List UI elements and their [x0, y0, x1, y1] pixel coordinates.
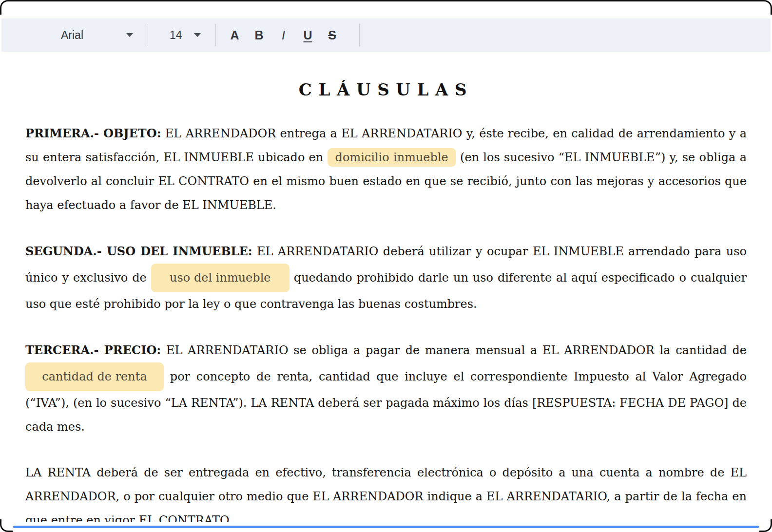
toolbar-divider [148, 24, 148, 46]
highlight-field-chip[interactable]: uso del inmueble [151, 264, 290, 292]
chevron-down-icon [126, 33, 133, 37]
text-run: EL ARRENDATARIO se obliga a pagar de man… [161, 343, 747, 357]
text-style-button[interactable]: A [223, 23, 247, 47]
font-size-value: 14 [170, 29, 182, 42]
document-heading: CLÁUSULAS [25, 80, 747, 99]
strikethrough-button[interactable]: S [320, 23, 345, 47]
font-family-value: Arial [61, 29, 83, 42]
paragraph: LA RENTA deberá de ser entregada en efec… [25, 461, 747, 522]
italic-button[interactable]: I [271, 23, 296, 47]
window-outline-top [0, 0, 772, 15]
font-size-dropdown[interactable]: 14 [170, 29, 201, 42]
app-window: Arial 14 A B I U S CLÁUSULAS PRIMERA.- O… [0, 0, 772, 532]
highlight-field-chip[interactable]: domicilio inmueble [328, 148, 456, 167]
paragraph: PRIMERA.- OBJETO: EL ARRENDADOR entrega … [25, 122, 747, 217]
toolbar-divider [215, 24, 216, 46]
format-buttons-group: A B I U S [223, 23, 345, 47]
paragraph: TERCERA.- PRECIO: EL ARRENDATARIO se obl… [25, 339, 747, 439]
paragraph: SEGUNDA.- USO DEL INMUEBLE: EL ARRENDATA… [25, 240, 747, 316]
clause-title-run: PRIMERA.- OBJETO: [25, 126, 161, 140]
document-page[interactable]: CLÁUSULAS PRIMERA.- OBJETO: EL ARRENDADO… [0, 52, 772, 522]
highlight-field-chip[interactable]: cantidad de renta [25, 362, 164, 391]
bold-button[interactable]: B [247, 23, 271, 47]
clause-title-run: SEGUNDA.- USO DEL INMUEBLE: [25, 244, 252, 258]
font-family-dropdown[interactable]: Arial [61, 29, 133, 42]
clause-title-run: TERCERA.- PRECIO: [25, 343, 161, 357]
window-bottom-accent [13, 526, 759, 528]
underline-button[interactable]: U [296, 23, 320, 47]
toolbar-divider [359, 24, 360, 46]
text-run: LA RENTA deberá de ser entregada en efec… [25, 466, 747, 522]
chevron-down-icon [194, 33, 201, 37]
toolbar: Arial 14 A B I U S [1, 19, 771, 52]
document-body: PRIMERA.- OBJETO: EL ARRENDADOR entrega … [25, 122, 747, 522]
